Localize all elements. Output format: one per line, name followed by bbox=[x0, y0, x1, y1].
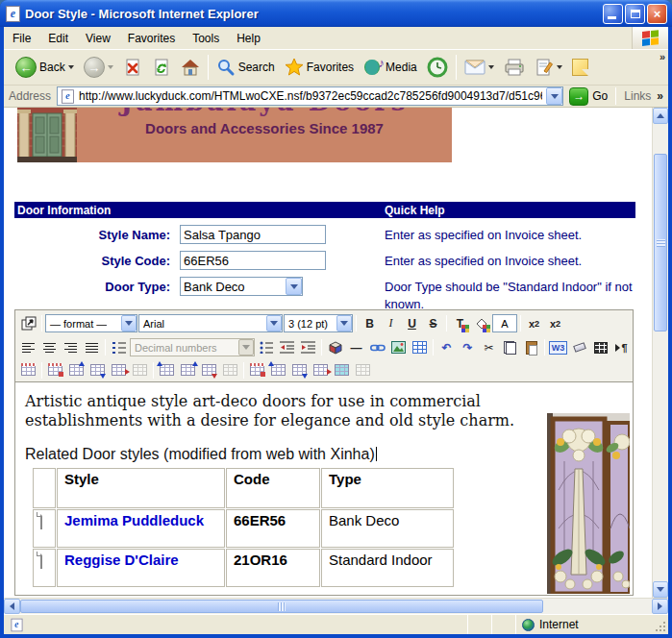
menu-help[interactable]: Help bbox=[228, 27, 269, 49]
discuss-button[interactable] bbox=[568, 57, 592, 78]
menu-file[interactable]: File bbox=[4, 27, 39, 49]
address-dropdown-button[interactable] bbox=[546, 87, 562, 105]
links-chevron[interactable]: » bbox=[657, 89, 663, 103]
cell-insert-before-button[interactable] bbox=[268, 360, 288, 380]
style-link[interactable]: Jemima Puddleduck bbox=[64, 512, 204, 528]
clear-formatting-button[interactable] bbox=[569, 338, 589, 357]
subscript-button[interactable]: x2 bbox=[524, 314, 544, 333]
font-size-select[interactable]: 3 (12 pt) bbox=[284, 314, 353, 332]
row-insert-above-button[interactable] bbox=[66, 360, 87, 380]
table-properties-button[interactable] bbox=[45, 360, 65, 380]
favorites-button[interactable]: Favorites bbox=[281, 56, 358, 79]
door-type-select[interactable]: Bank Deco bbox=[180, 277, 303, 296]
underline-button[interactable]: U bbox=[402, 314, 422, 333]
links-label[interactable]: Links bbox=[624, 89, 651, 103]
cell-insert-after-button[interactable] bbox=[289, 360, 310, 380]
font-sample-box[interactable]: A bbox=[492, 314, 517, 332]
forward-button[interactable]: → bbox=[80, 55, 117, 80]
col-insert-before-button[interactable] bbox=[157, 360, 177, 380]
search-button[interactable]: Search bbox=[212, 56, 279, 79]
undo-button[interactable]: ↶ bbox=[436, 338, 457, 357]
menu-tools[interactable]: Tools bbox=[184, 27, 228, 49]
horizontal-rule-button[interactable]: — bbox=[346, 338, 366, 357]
scroll-up-button[interactable] bbox=[653, 108, 668, 124]
col-delete-button[interactable] bbox=[199, 360, 219, 380]
menu-favorites[interactable]: Favorites bbox=[119, 27, 184, 49]
history-button[interactable] bbox=[423, 55, 452, 80]
indent-button[interactable] bbox=[298, 338, 318, 357]
minimize-button[interactable] bbox=[603, 4, 623, 24]
toolbar-overflow-chevron[interactable]: » bbox=[660, 51, 665, 62]
edit-button[interactable] bbox=[531, 56, 566, 79]
address-input[interactable]: e http://www.luckyduck.com/HTMLwoCXE.nsf… bbox=[57, 86, 563, 106]
editor-document[interactable]: Artistic antique style art-deco doors fo… bbox=[15, 381, 633, 595]
bold-button[interactable]: B bbox=[360, 314, 380, 333]
style-name-field[interactable] bbox=[180, 225, 326, 244]
cut-button[interactable]: ✂ bbox=[479, 338, 499, 357]
strikethrough-button[interactable]: S bbox=[423, 314, 443, 333]
back-dropdown-icon[interactable] bbox=[68, 65, 74, 69]
home-button[interactable] bbox=[177, 56, 204, 79]
refresh-button[interactable] bbox=[148, 56, 175, 79]
bullet-list-button[interactable] bbox=[256, 338, 276, 357]
horizontal-scroll-thumb[interactable] bbox=[20, 600, 543, 613]
insert-link-button[interactable] bbox=[367, 338, 387, 357]
paste-button[interactable] bbox=[521, 338, 541, 357]
vertical-scroll-thumb[interactable] bbox=[654, 154, 667, 331]
col-insert-after-button[interactable] bbox=[178, 360, 198, 380]
align-left-button[interactable] bbox=[18, 338, 38, 357]
row-delete-button[interactable] bbox=[109, 360, 129, 380]
table-operations-button[interactable] bbox=[18, 360, 38, 380]
print-button[interactable] bbox=[500, 56, 529, 79]
text-direction-button[interactable]: ¶ bbox=[611, 338, 632, 357]
addressbar-separator bbox=[615, 87, 616, 105]
outdent-button[interactable] bbox=[277, 338, 297, 357]
mail-dropdown-icon[interactable] bbox=[488, 65, 494, 69]
vertical-scrollbar[interactable] bbox=[652, 108, 668, 598]
scroll-right-button[interactable] bbox=[652, 599, 668, 614]
maximize-button[interactable] bbox=[625, 4, 645, 24]
back-button[interactable]: ← Back bbox=[12, 55, 78, 80]
go-button[interactable]: → Go bbox=[569, 87, 608, 106]
scroll-down-button[interactable] bbox=[653, 581, 668, 598]
ordered-list-button[interactable] bbox=[109, 338, 129, 357]
html-tidy-button[interactable]: W3 bbox=[548, 338, 568, 357]
edit-dropdown-icon[interactable] bbox=[557, 65, 562, 69]
insert-table-button[interactable] bbox=[410, 338, 430, 357]
justify-button[interactable] bbox=[82, 338, 102, 357]
popup-editor-button[interactable] bbox=[18, 314, 38, 333]
style-link[interactable]: Reggise D'Claire bbox=[64, 552, 179, 568]
redo-button[interactable]: ↷ bbox=[458, 338, 478, 357]
mail-button[interactable] bbox=[460, 58, 498, 77]
align-center-button[interactable] bbox=[39, 338, 60, 357]
cell-delete-button[interactable] bbox=[311, 360, 331, 380]
bullet-list-icon bbox=[260, 341, 273, 354]
text-color-button[interactable]: T bbox=[450, 314, 470, 333]
row-insert-under-button[interactable] bbox=[87, 360, 108, 380]
copy-button[interactable] bbox=[500, 338, 520, 357]
insert-character-button[interactable] bbox=[325, 338, 345, 357]
italic-button[interactable]: I bbox=[381, 314, 401, 333]
toggle-borders-button[interactable] bbox=[590, 338, 610, 357]
align-right-button[interactable] bbox=[61, 338, 81, 357]
insert-image-button[interactable] bbox=[388, 338, 409, 357]
highlight-color-button[interactable] bbox=[471, 314, 491, 333]
menu-edit[interactable]: Edit bbox=[39, 27, 77, 49]
stop-button[interactable] bbox=[119, 56, 146, 79]
superscript-button[interactable]: x2 bbox=[545, 314, 565, 333]
horizontal-scrollbar[interactable] bbox=[4, 598, 668, 614]
cell-properties-button[interactable] bbox=[247, 360, 267, 380]
resize-grip[interactable] bbox=[653, 615, 668, 634]
menu-view[interactable]: View bbox=[77, 27, 119, 49]
scroll-left-button[interactable] bbox=[4, 599, 20, 614]
undo-icon: ↶ bbox=[441, 341, 451, 355]
close-button[interactable]: × bbox=[647, 4, 667, 24]
address-url[interactable]: http://www.luckyduck.com/HTMLwoCXE.nsf/b… bbox=[79, 89, 542, 103]
format-select[interactable]: — format — bbox=[45, 314, 137, 332]
style-code-field[interactable] bbox=[180, 251, 326, 270]
select-arrow-button[interactable] bbox=[286, 278, 302, 295]
cell-delete-icon bbox=[313, 364, 328, 376]
font-select[interactable]: Arial bbox=[138, 314, 283, 332]
cell-merge-button[interactable] bbox=[332, 360, 352, 380]
media-button[interactable]: ♪ Media bbox=[360, 56, 421, 79]
